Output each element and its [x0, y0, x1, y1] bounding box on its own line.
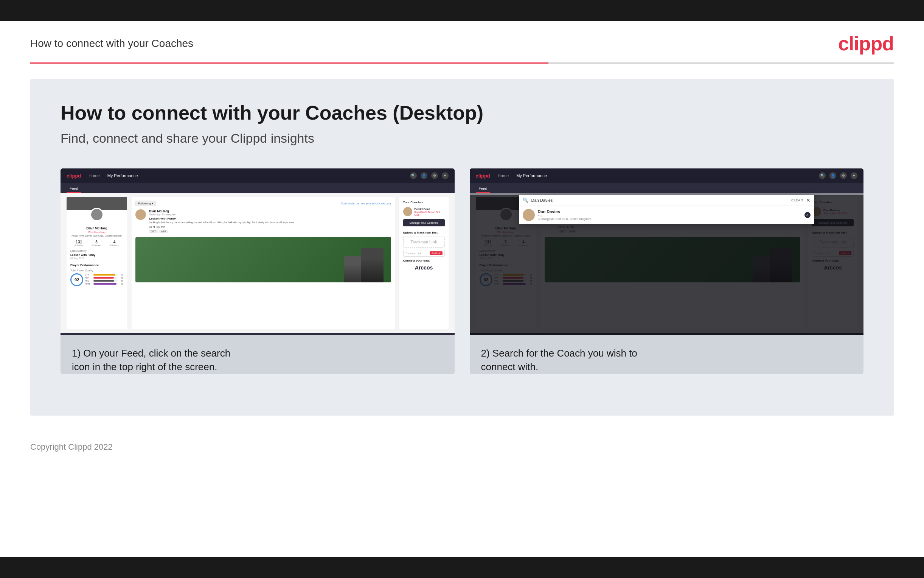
manage-coaches-btn-1[interactable]: Manage Your Coaches [403, 219, 445, 226]
search-query-text[interactable]: Dan Davies [531, 198, 789, 203]
coach-info-1: David Ford Royal North Devon Golf Club [414, 208, 445, 216]
followers-num-1: 3 [92, 240, 101, 244]
post-sub-1: Yesterday · Sunningdale [149, 213, 391, 216]
result-info: Dan Davies Pro Sunningdale Golf Club, Un… [538, 209, 591, 221]
post-text-1: Looking to feel like my hands are exitin… [149, 221, 391, 224]
trackman-input-text-1: Trackman Link [405, 252, 421, 255]
screenshot-panel-1: clippd Home My Performance 🔍 👤 ⚙ ▼ Feed [60, 169, 455, 374]
following-stat-1: 4 Following [110, 240, 119, 247]
main-title: How to connect with your Coaches (Deskto… [60, 101, 864, 124]
user-icon-2[interactable]: 👤 [829, 172, 836, 179]
post-content-1: Blair McHarg Yesterday · Sunningdale Les… [149, 209, 391, 233]
mock-following-row-1: Following ▾ Control who can see your act… [135, 201, 391, 206]
main-subtitle: Find, connect and share your Clippd insi… [60, 131, 864, 146]
mock-photo-person2-1 [344, 256, 361, 283]
mock-ui-2: clippd Home My Performance 🔍 👤 ⚙ ▼ Feed [470, 169, 864, 335]
mock-user-name-1: Blair McHarg [70, 226, 123, 230]
mock-logo-1: clippd [66, 173, 81, 179]
mock-coach-item-1: David Ford Royal North Devon Golf Club [403, 207, 445, 216]
following-btn-1[interactable]: Following ▾ [135, 201, 156, 206]
result-club: Sunningdale Golf Club, United Kingdom [538, 217, 591, 221]
arccos-brand-1: Arccos [403, 265, 445, 271]
caption-text-2: 2) Search for the Coach you wish toconne… [481, 346, 853, 374]
user-icon-1[interactable]: 👤 [421, 172, 427, 179]
mock-nav-home-2: Home [498, 174, 509, 178]
mock-nav-icons-1: 🔍 👤 ⚙ ▼ [410, 172, 448, 179]
mock-logo-2: clippd [476, 173, 490, 179]
avatar-icon-2[interactable]: ▼ [851, 172, 858, 179]
feed-tab-1[interactable]: Feed [66, 185, 81, 193]
result-avatar [523, 209, 535, 221]
mock-post-1: Blair McHarg Yesterday · Sunningdale Les… [135, 209, 391, 233]
search-panel: 🔍 Dan Davies CLEAR ✕ Dan Davies Pro Sunn… [519, 195, 815, 224]
main-content: How to connect with your Coaches (Deskto… [30, 79, 894, 416]
following-label-1: Following [110, 244, 119, 247]
clippd-logo: clippd [838, 32, 894, 55]
post-btns-1: OTT APP [149, 230, 391, 233]
add-link-btn-1[interactable]: Add Link [430, 251, 442, 255]
post-btn-app-1[interactable]: APP [159, 230, 168, 233]
result-name: Dan Davies [538, 209, 591, 214]
upload-title-1: Upload a Trackman Test [403, 231, 445, 234]
mock-feed-tab-2: Feed [470, 183, 864, 193]
search-close-btn[interactable]: ✕ [806, 197, 811, 203]
post-avatar-1 [135, 209, 146, 220]
avatar-1 [90, 208, 104, 221]
quality-row-1: 92 OTT 90 APP 85 [70, 273, 123, 286]
latest-date-1: 03 Aug 2022 [70, 257, 123, 260]
post-name-1: Blair McHarg [149, 209, 391, 213]
followers-label-1: Followers [92, 244, 101, 247]
latest-activity-1: Lesson with Fordy [70, 253, 123, 257]
result-check-icon: ✓ [804, 212, 811, 218]
header-divider [30, 62, 894, 63]
trackman-box-1: Trackman Link [403, 237, 445, 248]
mock-content-1: Blair McHarg Plus Handicap Royal North D… [60, 193, 455, 333]
search-result-item[interactable]: Dan Davies Pro Sunningdale Golf Club, Un… [519, 206, 815, 224]
mock-right-panel-1: Your Coaches David Ford Royal North Devo… [400, 197, 448, 329]
latest-label-1: Latest Activity [70, 250, 123, 252]
search-clear-btn[interactable]: CLEAR [791, 198, 803, 202]
mock-avatar-area-1 [66, 197, 127, 223]
search-icon-2[interactable]: 🔍 [819, 172, 826, 179]
search-icon-1[interactable]: 🔍 [410, 172, 417, 179]
mock-user-club-1: Royal North Devon Golf Club, United King… [70, 234, 123, 237]
coach-name-1: David Ford [414, 208, 445, 211]
caption-text-1: 1) On your Feed, click on the searchicon… [72, 346, 443, 374]
settings-icon-2[interactable]: ⚙ [840, 172, 847, 179]
control-link-1[interactable]: Control who can see your activity and da… [341, 202, 391, 205]
page-title: How to connect with your Coaches [30, 37, 193, 50]
mock-bars-1: OTT 90 APP 85 ARG [85, 274, 123, 286]
coach-avatar-1 [403, 207, 412, 216]
mock-feed-tab-1: Feed [60, 183, 455, 193]
bar-arg-1: ARG 86 [85, 280, 123, 282]
feed-tab-2[interactable]: Feed [476, 185, 490, 193]
screenshots-row: clippd Home My Performance 🔍 👤 ⚙ ▼ Feed [60, 169, 864, 374]
settings-icon-1[interactable]: ⚙ [431, 172, 438, 179]
caption-area-1: 1) On your Feed, click on the searchicon… [60, 335, 455, 374]
following-num-1: 4 [110, 240, 119, 244]
avatar-icon-1[interactable]: ▼ [442, 172, 448, 179]
mock-nav-icons-2: 🔍 👤 ⚙ ▼ [819, 172, 858, 179]
quality-title-1: Total Player Quality [70, 269, 123, 272]
activities-label-1: Activities [74, 244, 84, 247]
mock-stats-1: 131 Activities 3 Followers 4 Following [70, 240, 123, 247]
header: How to connect with your Coaches clippd [0, 21, 924, 62]
post-btn-ott-1[interactable]: OTT [149, 230, 158, 233]
mock-ui-1: clippd Home My Performance 🔍 👤 ⚙ ▼ Feed [60, 169, 455, 335]
activities-stat-1: 131 Activities [74, 240, 84, 247]
bar-putt-1: PUTT 96 [85, 283, 123, 285]
followers-stat-1: 3 Followers [92, 240, 101, 247]
copyright-text: Copyright Clippd 2022 [30, 442, 113, 451]
top-bar [0, 0, 924, 21]
mock-nav-performance-1: My Performance [107, 174, 138, 178]
post-title-1: Lesson with Fordy [149, 217, 391, 220]
mock-photo-area-1 [135, 237, 391, 283]
score-circle-1: 92 [70, 273, 83, 286]
screenshot-panel-2: clippd Home My Performance 🔍 👤 ⚙ ▼ Feed [470, 169, 864, 374]
mock-middle-panel-1: Following ▾ Control who can see your act… [132, 197, 395, 329]
mock-nav-2: clippd Home My Performance 🔍 👤 ⚙ ▼ [470, 169, 864, 183]
trackman-input-1[interactable]: Trackman Link Add Link [403, 250, 445, 257]
activities-num-1: 131 [74, 240, 84, 244]
bar-ott-1: OTT 90 [85, 274, 123, 276]
result-role: Pro [538, 214, 591, 217]
